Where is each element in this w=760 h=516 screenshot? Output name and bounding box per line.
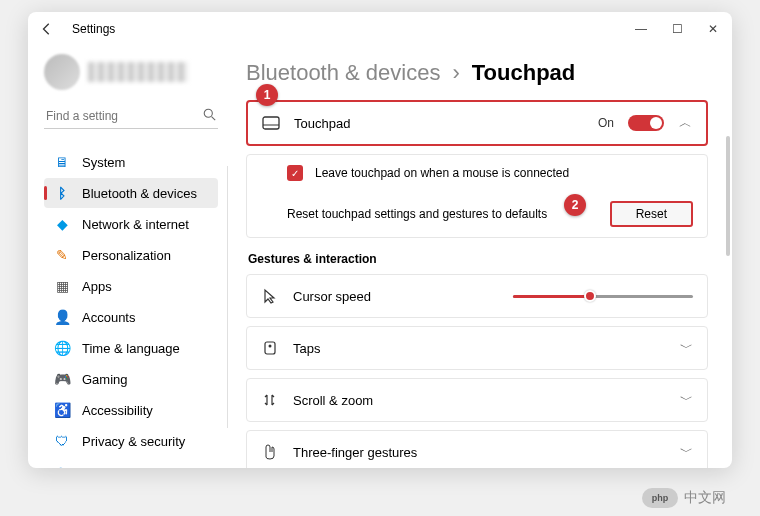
sidebar-item-label: Time & language — [82, 341, 180, 356]
php-logo-icon: php — [642, 488, 678, 508]
watermark-text: 中文网 — [684, 489, 726, 507]
breadcrumb: Bluetooth & devices › Touchpad — [246, 60, 708, 86]
touchpad-title: Touchpad — [294, 116, 584, 131]
leave-on-row[interactable]: ✓ Leave touchpad on when a mouse is conn… — [247, 155, 707, 191]
toggle-state-label: On — [598, 116, 614, 130]
back-arrow-icon[interactable] — [40, 22, 54, 36]
app-title: Settings — [72, 22, 115, 36]
sidebar-item-accounts[interactable]: 👤Accounts — [44, 302, 218, 332]
search-icon[interactable] — [203, 108, 216, 124]
three-finger-label: Three-finger gestures — [293, 445, 665, 460]
breadcrumb-parent[interactable]: Bluetooth & devices — [246, 60, 440, 86]
globe-icon: 🌐 — [54, 340, 70, 356]
three-finger-card[interactable]: Three-finger gestures ﹀ — [246, 430, 708, 468]
annotation-step-2: 2 — [564, 194, 586, 216]
scroll-icon — [261, 391, 279, 409]
sidebar-item-network[interactable]: ◆Network & internet — [44, 209, 218, 239]
sidebar-item-label: Privacy & security — [82, 434, 185, 449]
gestures-section-title: Gestures & interaction — [248, 252, 708, 266]
touchpad-toggle[interactable] — [628, 115, 664, 131]
sidebar: 🖥System ᛒBluetooth & devices ◆Network & … — [28, 46, 228, 468]
sidebar-item-accessibility[interactable]: ♿Accessibility — [44, 395, 218, 425]
search-box[interactable] — [44, 104, 218, 129]
display-icon: 🖥 — [54, 154, 70, 170]
sidebar-item-gaming[interactable]: 🎮Gaming — [44, 364, 218, 394]
main-content: Bluetooth & devices › Touchpad Touchpad … — [228, 46, 732, 468]
profile-block[interactable] — [44, 54, 218, 90]
close-icon[interactable]: ✕ — [706, 22, 720, 36]
touchpad-icon — [262, 114, 280, 132]
leave-on-label: Leave touchpad on when a mouse is connec… — [315, 166, 569, 180]
svg-rect-4 — [265, 342, 275, 354]
nav-list: 🖥System ᛒBluetooth & devices ◆Network & … — [44, 147, 218, 468]
sidebar-item-label: Network & internet — [82, 217, 189, 232]
sidebar-item-label: Accessibility — [82, 403, 153, 418]
apps-icon: ▦ — [54, 278, 70, 294]
person-icon: 👤 — [54, 309, 70, 325]
sidebar-item-system[interactable]: 🖥System — [44, 147, 218, 177]
maximize-icon[interactable]: ☐ — [670, 22, 684, 36]
wifi-icon: ◆ — [54, 216, 70, 232]
shield-icon: 🛡 — [54, 433, 70, 449]
titlebar: Settings — ☐ ✕ — [28, 12, 732, 46]
sidebar-item-privacy[interactable]: 🛡Privacy & security — [44, 426, 218, 456]
reset-button[interactable]: Reset — [610, 201, 693, 227]
sidebar-item-personalization[interactable]: ✎Personalization — [44, 240, 218, 270]
cursor-speed-label: Cursor speed — [293, 289, 499, 304]
update-icon: ⟳ — [54, 464, 70, 468]
sidebar-item-time[interactable]: 🌐Time & language — [44, 333, 218, 363]
cursor-icon — [261, 287, 279, 305]
touchpad-header-row[interactable]: Touchpad On ︿ — [248, 102, 706, 144]
svg-point-0 — [204, 109, 212, 117]
taps-label: Taps — [293, 341, 665, 356]
reset-row: Reset touchpad settings and gestures to … — [247, 191, 707, 237]
window-controls: — ☐ ✕ — [634, 22, 720, 36]
leave-on-checkbox[interactable]: ✓ — [287, 165, 303, 181]
sidebar-item-label: Accounts — [82, 310, 135, 325]
scrollbar[interactable] — [726, 136, 730, 256]
svg-line-1 — [212, 117, 216, 121]
accessibility-icon: ♿ — [54, 402, 70, 418]
svg-point-5 — [269, 345, 272, 348]
search-input[interactable] — [46, 109, 203, 123]
chevron-up-icon[interactable]: ︿ — [678, 114, 692, 132]
svg-rect-2 — [263, 117, 279, 129]
profile-name-redacted — [88, 62, 188, 82]
sidebar-item-bluetooth[interactable]: ᛒBluetooth & devices — [44, 178, 218, 208]
cursor-speed-slider[interactable] — [513, 289, 693, 303]
sidebar-item-label: Apps — [82, 279, 112, 294]
annotation-step-1: 1 — [256, 84, 278, 106]
taps-card[interactable]: Taps ﹀ — [246, 326, 708, 370]
chevron-right-icon: › — [452, 60, 459, 86]
chevron-down-icon: ﹀ — [679, 391, 693, 409]
sidebar-item-apps[interactable]: ▦Apps — [44, 271, 218, 301]
touchpad-options-card: ✓ Leave touchpad on when a mouse is conn… — [246, 154, 708, 238]
tap-icon — [261, 339, 279, 357]
avatar — [44, 54, 80, 90]
gamepad-icon: 🎮 — [54, 371, 70, 387]
page-title: Touchpad — [472, 60, 575, 86]
sidebar-item-label: Gaming — [82, 372, 128, 387]
watermark: php 中文网 — [642, 488, 726, 508]
reset-label: Reset touchpad settings and gestures to … — [287, 207, 547, 221]
sidebar-item-label: System — [82, 155, 125, 170]
sidebar-item-label: Bluetooth & devices — [82, 186, 197, 201]
sidebar-item-update[interactable]: ⟳Windows Update — [44, 457, 218, 468]
scroll-zoom-label: Scroll & zoom — [293, 393, 665, 408]
scroll-zoom-card[interactable]: Scroll & zoom ﹀ — [246, 378, 708, 422]
paintbrush-icon: ✎ — [54, 247, 70, 263]
sidebar-item-label: Windows Update — [82, 465, 180, 469]
hand-icon — [261, 443, 279, 461]
touchpad-card: Touchpad On ︿ — [246, 100, 708, 146]
chevron-down-icon: ﹀ — [679, 443, 693, 461]
cursor-speed-card: Cursor speed — [246, 274, 708, 318]
bluetooth-icon: ᛒ — [54, 185, 70, 201]
chevron-down-icon: ﹀ — [679, 339, 693, 357]
sidebar-item-label: Personalization — [82, 248, 171, 263]
minimize-icon[interactable]: — — [634, 22, 648, 36]
